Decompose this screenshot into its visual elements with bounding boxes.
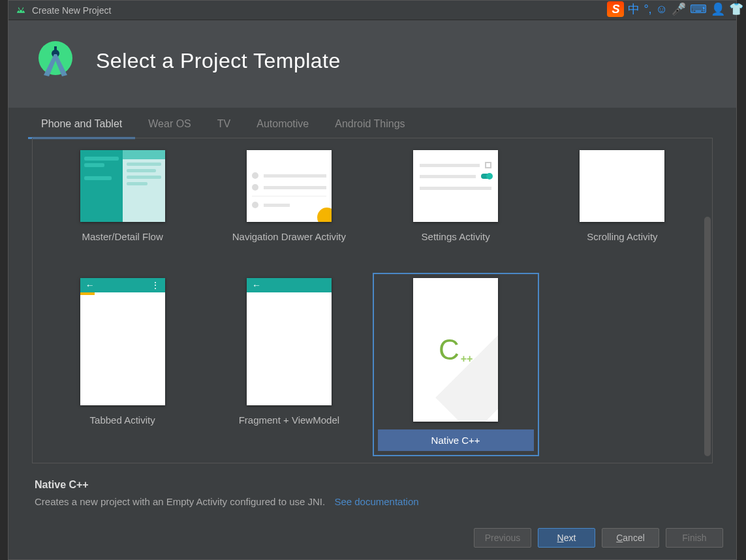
template-scrolling[interactable]: Scrolling Activity (539, 145, 706, 273)
template-label: Native C++ (378, 429, 534, 451)
tab-automotive[interactable]: Automotive (243, 108, 322, 138)
template-label: Master/Detail Flow (82, 231, 163, 242)
next-button[interactable]: Next (538, 528, 595, 548)
ime-shirt-icon[interactable]: 👕 (729, 2, 743, 16)
tab-phone-tablet[interactable]: Phone and Tablet (28, 108, 135, 138)
android-studio-logo (35, 40, 76, 82)
ime-user-icon[interactable]: 👤 (711, 2, 725, 16)
svg-line-2 (18, 7, 20, 9)
window-title: Create New Project (32, 5, 111, 16)
svg-point-1 (22, 10, 23, 12)
svg-point-0 (19, 10, 20, 12)
ime-mic-icon[interactable]: 🎤 (672, 2, 686, 16)
wizard-window: Create New Project Select a Project Temp… (8, 0, 737, 560)
template-tabbed[interactable]: ←⋮ Tabbed Activity (39, 273, 206, 456)
selection-description: Creates a new project with an Empty Acti… (35, 496, 325, 507)
svg-rect-6 (54, 46, 57, 54)
template-fragment-viewmodel[interactable]: ← Fragment + ViewModel (206, 273, 372, 456)
platform-tabs: Phone and Tablet Wear OS TV Automotive A… (8, 108, 736, 138)
tab-tv[interactable]: TV (204, 108, 243, 138)
template-label: Navigation Drawer Activity (232, 231, 346, 242)
ime-lang[interactable]: 中 (628, 1, 640, 17)
sogou-ime-icon[interactable]: S (607, 1, 624, 17)
ime-punct-icon[interactable]: °, (644, 3, 651, 16)
template-nav-drawer[interactable]: Navigation Drawer Activity (206, 145, 372, 273)
previous-button[interactable]: Previous (474, 528, 531, 548)
ime-toolbar: S 中 °, ☺ 🎤 ⌨ 👤 👕 (604, 0, 746, 18)
template-master-detail[interactable]: Master/Detail Flow (39, 145, 206, 273)
page-title: Select a Project Template (96, 49, 341, 73)
ime-emoji-icon[interactable]: ☺ (656, 3, 668, 16)
ime-keyboard-icon[interactable]: ⌨ (690, 2, 707, 16)
template-label: Scrolling Activity (587, 231, 657, 242)
svg-line-3 (22, 7, 23, 9)
tab-android-things[interactable]: Android Things (322, 108, 418, 138)
template-label: Settings Activity (422, 231, 490, 242)
selection-title: Native C++ (35, 479, 710, 491)
wizard-buttons: Previous Next Cancel Finish (8, 519, 736, 559)
template-gallery: Master/Detail Flow Navigation Drawer Act… (32, 138, 713, 463)
cancel-button[interactable]: Cancel (602, 528, 659, 548)
gallery-scrollbar[interactable] (704, 217, 711, 456)
template-native-cpp[interactable]: C++ Native C++ (373, 273, 539, 456)
wizard-header: Select a Project Template (8, 20, 736, 108)
android-studio-icon (15, 6, 27, 15)
template-label: Tabbed Activity (90, 414, 155, 426)
tab-wear-os[interactable]: Wear OS (135, 108, 204, 138)
template-label: Fragment + ViewModel (239, 414, 339, 426)
documentation-link[interactable]: See documentation (334, 496, 418, 507)
template-settings[interactable]: Settings Activity (373, 145, 539, 273)
selection-info: Native C++ Creates a new project with an… (8, 470, 736, 519)
finish-button[interactable]: Finish (666, 528, 723, 548)
